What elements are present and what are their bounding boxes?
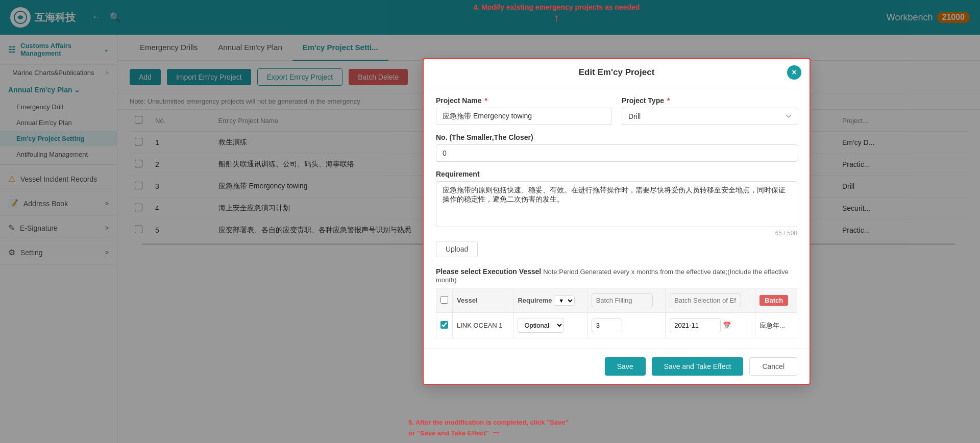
vessel-select-all[interactable] (440, 296, 448, 304)
vessel-row: LINK OCEAN 1 Optional Required (436, 313, 797, 338)
arrow-down-icon: ↑ (473, 11, 640, 24)
project-type-label: Project Type * (622, 96, 797, 105)
edit-modal: Edit Em'cy Project × Project Name * Proj… (423, 58, 811, 385)
batch-filling-input[interactable] (592, 293, 653, 307)
callout-bottom: 5. After the modification is completed, … (408, 419, 572, 438)
save-button[interactable]: Save (605, 357, 646, 376)
vessel-col-batch-s: Batch (755, 288, 797, 313)
batch-selection-input[interactable] (670, 293, 741, 307)
vessel-section: Please select Execution Vessel Note:Peri… (436, 267, 797, 338)
callout-top: 4. Modify existing emergency projects as… (473, 3, 640, 24)
project-name-group: Project Name * (436, 96, 611, 125)
project-type-group: Project Type * Drill Practice Security E… (622, 96, 797, 125)
project-name-input[interactable] (436, 108, 611, 125)
modal-close-button[interactable]: × (787, 65, 801, 80)
vessel-col-vessel: Vessel (453, 288, 513, 313)
arrow-right-icon: → (491, 426, 501, 438)
form-row-1: Project Name * Project Type * Drill Prac… (436, 96, 797, 125)
vessel-period-input[interactable] (592, 318, 622, 332)
modal-body: Project Name * Project Type * Drill Prac… (424, 86, 810, 349)
vessel-section-label: Please select Execution Vessel Note:Peri… (436, 267, 797, 284)
required-marker-2: * (667, 96, 670, 105)
project-type-select[interactable]: Drill Practice Security Em'cy D (622, 108, 797, 125)
requirement-group: Requirement 应急拖带的原则包括快速、稳妥、有效。在进行拖带操作时，需… (436, 170, 797, 237)
vessel-date-input[interactable] (670, 318, 721, 332)
upload-section: Upload (436, 241, 797, 257)
requirement-label: Requirement (436, 170, 797, 178)
vessel-row-checkbox[interactable] (440, 321, 448, 329)
vessel-name: LINK OCEAN 1 (453, 313, 513, 338)
save-take-effect-button[interactable]: Save and Take Effect (652, 357, 744, 376)
modal-title: Edit Em'cy Project (579, 67, 655, 78)
no-label: No. (The Smaller,The Closer) (436, 133, 797, 141)
vessel-note-text: 应急年... (760, 322, 785, 329)
vessel-row-requirement-select[interactable]: Optional Required (518, 318, 564, 333)
vessel-col-batch-filling (587, 288, 665, 313)
modal-footer: Save Save and Take Effect Cancel (424, 349, 810, 384)
textarea-counter: 65 / 500 (436, 230, 797, 237)
cancel-button[interactable]: Cancel (749, 357, 797, 376)
batch-badge: Batch (760, 295, 788, 306)
modal-header: Edit Em'cy Project × (424, 59, 810, 86)
vessel-requirement-header-select[interactable]: ▼ (554, 296, 575, 306)
vessel-col-requirement: Requireme ▼ (513, 288, 587, 313)
no-group: No. (The Smaller,The Closer) (436, 133, 797, 162)
no-input[interactable] (436, 144, 797, 162)
project-name-label: Project Name * (436, 96, 611, 105)
required-marker: * (484, 96, 487, 105)
requirement-textarea[interactable]: 应急拖带的原则包括快速、稳妥、有效。在进行拖带操作时，需要尽快将受伤人员转移至安… (436, 181, 797, 227)
upload-button[interactable]: Upload (436, 241, 478, 257)
vessel-table: Vessel Requireme ▼ (436, 288, 797, 338)
vessel-col-batch-selection (666, 288, 755, 313)
calendar-icon[interactable]: 📅 (723, 322, 731, 329)
callout-top-text: 4. Modify existing emergency projects as… (473, 3, 640, 11)
callout-bottom-text: 5. After the modification is completed, … (408, 419, 569, 437)
